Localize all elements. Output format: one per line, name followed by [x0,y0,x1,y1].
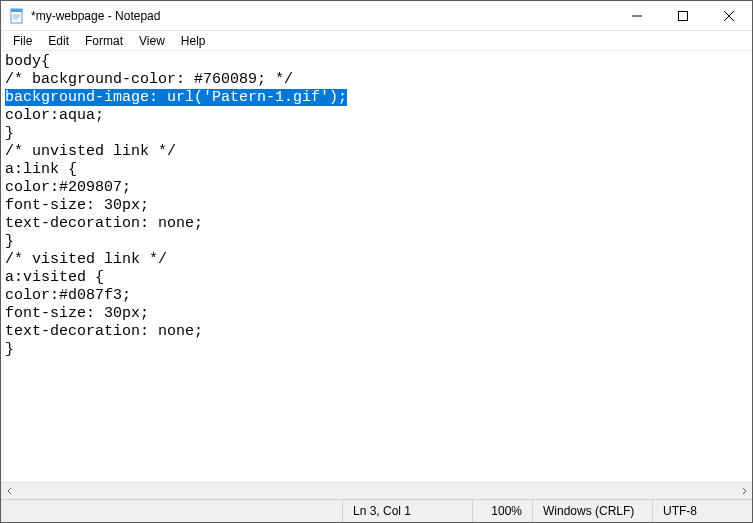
menu-help[interactable]: Help [173,32,214,50]
window-title: *my-webpage - Notepad [31,9,160,23]
svg-rect-6 [679,11,688,20]
menu-view[interactable]: View [131,32,173,50]
menu-format[interactable]: Format [77,32,131,50]
status-position: Ln 3, Col 1 [342,500,472,522]
status-zoom: 100% [472,500,532,522]
maximize-button[interactable] [660,1,706,31]
close-button[interactable] [706,1,752,31]
svg-rect-1 [11,9,22,12]
text-editor[interactable]: body{/* background-color: #760089; */bac… [1,51,752,482]
scroll-right-arrow-icon[interactable] [735,483,752,500]
status-line-ending: Windows (CRLF) [532,500,652,522]
horizontal-scrollbar[interactable] [1,482,752,499]
minimize-button[interactable] [614,1,660,31]
scroll-track[interactable] [18,483,735,500]
editor-container: body{/* background-color: #760089; */bac… [1,51,752,499]
title-bar: *my-webpage - Notepad [1,1,752,31]
scroll-left-arrow-icon[interactable] [1,483,18,500]
notepad-icon [9,8,25,24]
status-encoding: UTF-8 [652,500,752,522]
menu-file[interactable]: File [5,32,40,50]
menu-edit[interactable]: Edit [40,32,77,50]
status-blank [1,500,342,522]
menu-bar: File Edit Format View Help [1,31,752,51]
status-bar: Ln 3, Col 1 100% Windows (CRLF) UTF-8 [1,499,752,522]
